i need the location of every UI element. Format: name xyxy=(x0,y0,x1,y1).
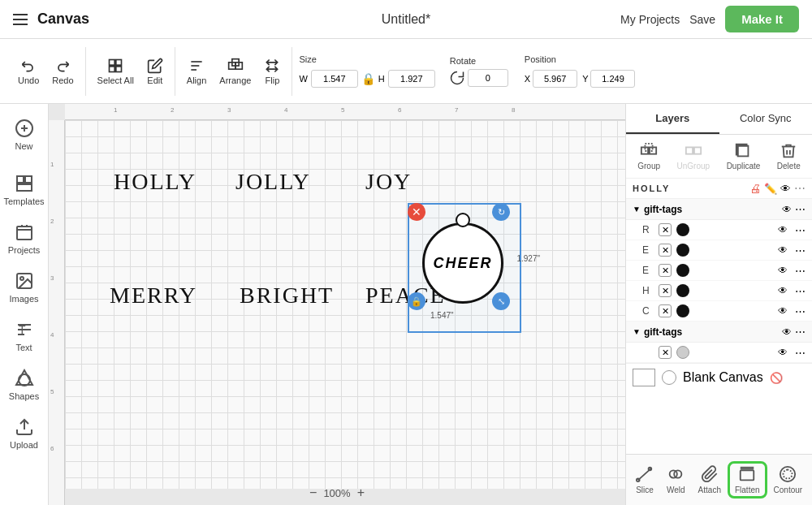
sidebar-item-templates[interactable]: Templates xyxy=(2,166,46,214)
shapes-icon xyxy=(15,369,34,388)
color-swatch-gray[interactable] xyxy=(676,346,689,359)
hidden-eye-icon[interactable]: 🚫 xyxy=(770,372,783,384)
eye-icon-holly[interactable]: 👁 xyxy=(780,183,791,195)
weld-button[interactable]: Weld xyxy=(660,462,692,498)
save-button[interactable]: Save xyxy=(689,13,715,26)
my-projects-button[interactable]: My Projects xyxy=(620,13,680,26)
sidebar-templates-label: Templates xyxy=(3,196,44,206)
canvas-area[interactable]: 1 2 3 4 5 6 7 8 1 2 3 4 5 6 HOLLY JOLLY … xyxy=(49,104,625,505)
layer-group-gift-tags-1[interactable]: ▼ gift-tags 👁 ⋯ xyxy=(626,199,812,220)
bottom-tools-panel: Slice Weld Attach Flatten Contour xyxy=(626,454,812,505)
make-it-button[interactable]: Make It xyxy=(725,6,799,32)
color-swatch-E1[interactable] xyxy=(676,244,689,257)
eye-icon-E2[interactable]: 👁 xyxy=(778,265,788,276)
edit-button[interactable]: Edit xyxy=(142,54,168,88)
sidebar-item-projects[interactable]: Projects xyxy=(2,214,46,263)
group-button[interactable]: Group xyxy=(633,140,665,173)
holly-text: HOLLY xyxy=(633,183,746,193)
y-position-input[interactable] xyxy=(590,70,635,88)
color-swatch-R[interactable] xyxy=(676,223,689,236)
align-button[interactable]: Align xyxy=(182,54,211,88)
letter-C: C xyxy=(642,305,654,317)
attach-button[interactable]: Attach xyxy=(692,462,728,498)
color-swatch-C[interactable] xyxy=(676,304,689,317)
x-icon-R[interactable]: ✕ xyxy=(659,223,672,236)
lock-handle[interactable]: 🔒 xyxy=(408,292,425,310)
blank-canvas-row: Blank Canvas 🚫 xyxy=(626,363,812,391)
slice-button[interactable]: Slice xyxy=(629,462,660,498)
canvas-word-bright: BRIGHT xyxy=(240,283,334,309)
eye-icon-group2[interactable]: 👁 xyxy=(782,326,792,338)
group-dots-1[interactable]: ⋯ xyxy=(795,203,806,215)
x-position-input[interactable] xyxy=(533,70,577,88)
group-dots-2[interactable]: ⋯ xyxy=(795,326,806,338)
ungroup-button[interactable]: UnGroup xyxy=(672,140,715,173)
height-input[interactable] xyxy=(388,70,435,88)
delete-button[interactable]: Delete xyxy=(772,140,806,173)
arrange-button[interactable]: Arrange xyxy=(214,54,256,88)
sidebar-item-text[interactable]: T Text xyxy=(2,312,46,360)
dots-E2[interactable]: ⋯ xyxy=(795,265,806,277)
edit-label: Edit xyxy=(147,76,162,85)
layer-group-gift-tags-2[interactable]: ▼ gift-tags 👁 ⋯ xyxy=(626,322,812,343)
eye-icon-R[interactable]: 👁 xyxy=(778,224,788,235)
attach-icon xyxy=(701,465,719,483)
dots-icon-holly[interactable]: ⋯ xyxy=(794,182,806,195)
dots-shape[interactable]: ⋯ xyxy=(795,347,806,359)
sidebar-item-upload[interactable]: Upload xyxy=(2,409,46,458)
eye-icon-E1[interactable]: 👁 xyxy=(778,244,788,256)
flatten-button[interactable]: Flatten xyxy=(728,461,767,499)
svg-rect-2 xyxy=(110,66,115,71)
width-input[interactable] xyxy=(311,70,358,88)
size-row: W 🔒 H xyxy=(299,70,434,88)
gift-tag-body: CHEER xyxy=(422,222,503,304)
gift-tag-selected[interactable]: ✕ ↻ 🔒 ⤡ CHEER 1.927" 1.547" xyxy=(414,209,503,304)
align-arrange-group: Align Arrange Flip xyxy=(175,47,293,96)
sidebar-item-shapes[interactable]: Shapes xyxy=(2,360,46,409)
canvas-zoom-controls: − 100% + xyxy=(309,486,365,500)
dots-C[interactable]: ⋯ xyxy=(795,305,806,317)
contour-button[interactable]: Contour xyxy=(767,462,810,498)
hamburger-menu[interactable] xyxy=(13,14,28,25)
ruler-h-8: 8 xyxy=(512,106,515,114)
eye-icon-C[interactable]: 👁 xyxy=(778,305,788,317)
x-icon-E2[interactable]: ✕ xyxy=(659,264,672,277)
layer-item-E1: E ✕ 👁 ⋯ xyxy=(626,240,812,261)
sidebar-shapes-label: Shapes xyxy=(9,391,39,401)
tab-color-sync[interactable]: Color Sync xyxy=(719,104,813,134)
height-dimension: 1.927" xyxy=(516,254,540,263)
rotate-input[interactable] xyxy=(468,69,508,87)
dots-R[interactable]: ⋯ xyxy=(795,224,806,236)
eye-icon-shape[interactable]: 👁 xyxy=(778,347,788,358)
text-icon: T xyxy=(15,320,34,339)
flip-button[interactable]: Flip xyxy=(259,54,285,88)
zoom-in-button[interactable]: + xyxy=(357,486,365,500)
eye-icon-H[interactable]: 👁 xyxy=(778,285,788,296)
undo-button[interactable]: Undo xyxy=(13,54,44,88)
dots-H[interactable]: ⋯ xyxy=(795,285,806,297)
select-all-button[interactable]: Select All xyxy=(93,54,139,88)
close-selection-button[interactable]: ✕ xyxy=(408,203,425,221)
x-icon-C[interactable]: ✕ xyxy=(659,304,672,317)
sidebar-item-new[interactable]: New xyxy=(2,110,46,159)
scale-handle[interactable]: ⤡ xyxy=(492,292,510,310)
color-swatch-H[interactable] xyxy=(676,284,689,297)
color-swatch-E2[interactable] xyxy=(676,264,689,277)
duplicate-icon xyxy=(734,142,752,160)
x-icon-E1[interactable]: ✕ xyxy=(659,244,672,257)
holly-row: HOLLY 🖨 ✏️ 👁 ⋯ xyxy=(626,179,812,199)
x-icon-H[interactable]: ✕ xyxy=(659,284,672,297)
svg-rect-0 xyxy=(110,59,115,65)
zoom-out-button[interactable]: − xyxy=(309,486,317,500)
ungroup-label: UnGroup xyxy=(677,162,710,170)
redo-button[interactable]: Redo xyxy=(47,54,78,88)
x-icon-shape[interactable]: ✕ xyxy=(659,346,672,359)
rotate-handle[interactable]: ↻ xyxy=(492,203,510,221)
eye-icon-group1[interactable]: 👁 xyxy=(782,204,792,215)
tab-layers[interactable]: Layers xyxy=(626,104,719,134)
group-icon xyxy=(640,142,658,160)
dots-E1[interactable]: ⋯ xyxy=(795,244,806,257)
slice-icon xyxy=(636,465,654,483)
duplicate-button[interactable]: Duplicate xyxy=(722,140,766,173)
sidebar-item-images[interactable]: Images xyxy=(2,263,46,312)
